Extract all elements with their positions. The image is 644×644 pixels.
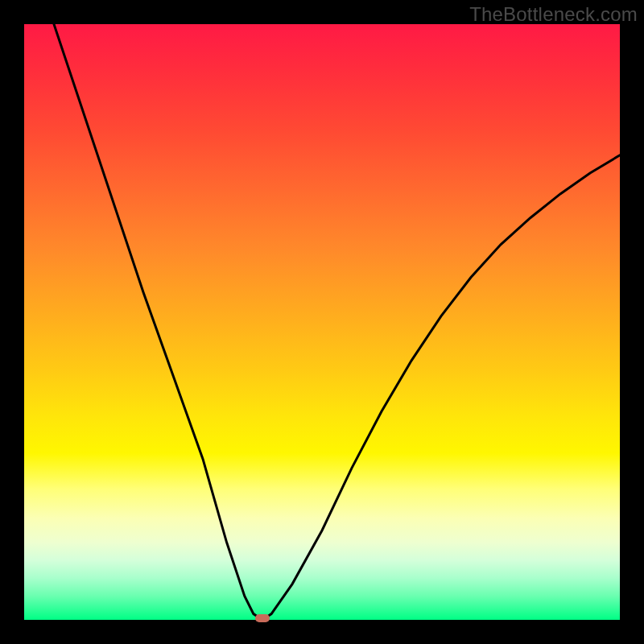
- watermark-text: TheBottleneck.com: [469, 3, 638, 26]
- bottleneck-curve-svg: [24, 24, 620, 620]
- optimal-point-marker: [255, 614, 270, 622]
- chart-plot-area: [24, 24, 620, 620]
- bottleneck-curve-path: [54, 24, 620, 620]
